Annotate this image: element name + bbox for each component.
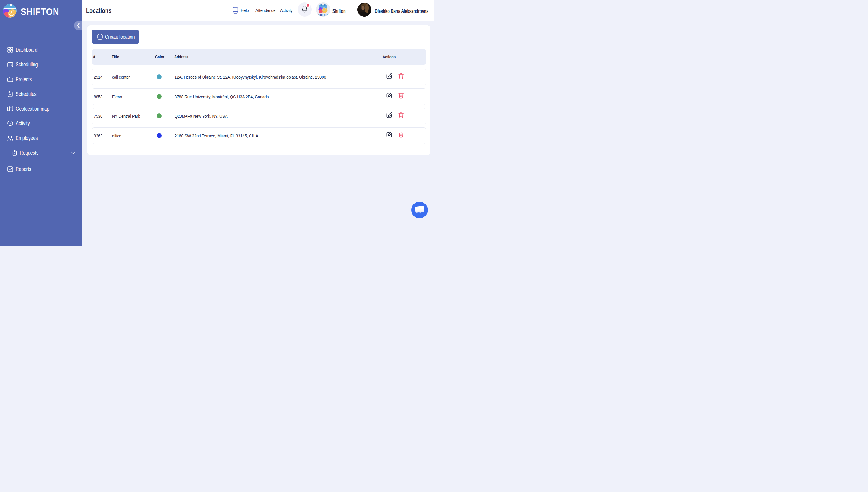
svg-text:SHIFT: SHIFT xyxy=(317,13,325,17)
svg-text:ON: ON xyxy=(325,13,329,17)
